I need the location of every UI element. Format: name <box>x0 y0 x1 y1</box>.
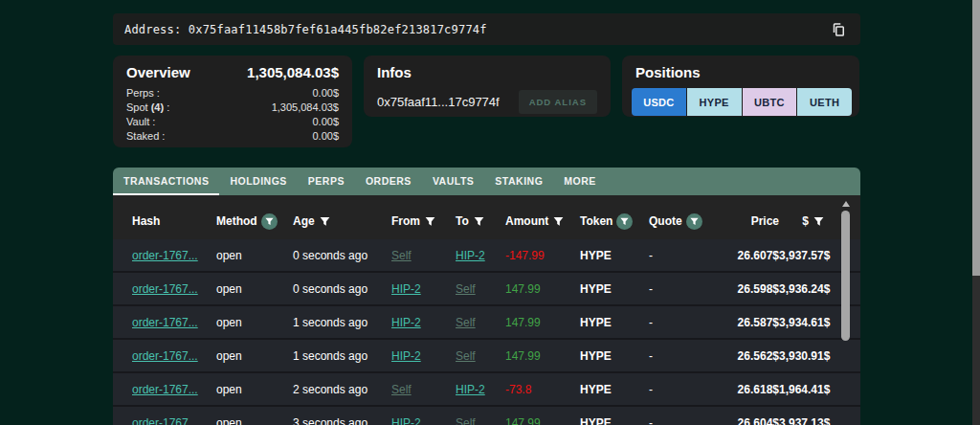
tab-holdings[interactable]: HOLDINGS <box>219 168 297 195</box>
cell-token: HYPE <box>580 282 649 296</box>
page-scrollbar-thumb[interactable] <box>972 0 980 276</box>
cell-quote: - <box>649 249 714 262</box>
from-link[interactable]: Self <box>391 249 412 262</box>
cell-age: 0 seconds ago <box>293 282 391 296</box>
column-label: Hash <box>132 214 160 228</box>
copy-address-button[interactable] <box>828 19 849 40</box>
funnel-icon[interactable] <box>319 215 331 228</box>
cell-quote: - <box>649 383 714 396</box>
from-link[interactable]: HIP-2 <box>391 316 421 329</box>
column-header-method[interactable]: Method <box>216 213 293 230</box>
column-header-quote[interactable]: Quote <box>649 213 714 230</box>
cell-to: Self <box>456 316 505 329</box>
position-token-hype[interactable]: HYPE <box>687 88 742 116</box>
from-link[interactable]: HIP-2 <box>391 282 421 296</box>
hash-link[interactable]: order-1767... <box>132 282 198 296</box>
hash-link[interactable]: order-1767... <box>132 316 198 329</box>
address-full: Address: 0x75faaf11458b7fef61a445fb82ef2… <box>124 23 487 36</box>
cell-amount: 147.99 <box>505 416 580 425</box>
add-alias-button[interactable]: ADD ALIAS <box>519 90 597 114</box>
hash-link[interactable]: order-1767... <box>132 383 198 396</box>
cell-age: 0 seconds ago <box>293 249 391 262</box>
column-header-usd[interactable]: $ <box>779 214 825 228</box>
column-header-from[interactable]: From <box>391 214 456 228</box>
column-label: From <box>391 214 420 228</box>
funnel-icon[interactable] <box>616 213 633 230</box>
cell-quote: - <box>649 416 714 425</box>
cell-quote: - <box>649 316 714 329</box>
position-token-usdc[interactable]: USDC <box>632 88 686 116</box>
cell-usd: 3,934.61$ <box>779 316 830 329</box>
tab-orders[interactable]: ORDERS <box>355 168 422 195</box>
to-link[interactable]: HIP-2 <box>456 383 485 396</box>
column-header-age[interactable]: Age <box>293 214 391 228</box>
cell-token: HYPE <box>580 249 649 262</box>
to-link[interactable]: Self <box>456 349 476 363</box>
to-link[interactable]: HIP-2 <box>456 249 485 262</box>
position-token-ueth[interactable]: UETH <box>797 88 852 116</box>
cell-amount: 147.99 <box>505 282 580 296</box>
cell-from: HIP-2 <box>391 416 456 425</box>
hash-link[interactable]: order-1767... <box>132 349 198 363</box>
to-link[interactable]: Self <box>456 416 476 425</box>
positions-card: Positions USDCHYPEUBTCUETH <box>622 56 859 117</box>
cell-to: Self <box>456 282 505 296</box>
cell-method: open <box>216 316 293 329</box>
column-header-amount[interactable]: Amount <box>505 214 580 228</box>
column-label: Method <box>216 214 257 228</box>
cell-price: 26.598$ <box>714 282 779 296</box>
tab-transactions[interactable]: TRANSACTIONS <box>113 168 219 195</box>
funnel-icon[interactable] <box>473 215 485 228</box>
tab-vaults[interactable]: VAULTS <box>422 168 484 195</box>
page-scrollbar[interactable] <box>972 0 980 425</box>
funnel-icon[interactable] <box>424 215 436 228</box>
funnel-icon[interactable] <box>813 215 825 228</box>
column-header-to[interactable]: To <box>456 214 505 228</box>
column-label: To <box>456 214 469 228</box>
positions-token-group: USDCHYPEUBTCUETH <box>632 88 852 116</box>
cell-method: open <box>216 349 293 363</box>
scroll-up-arrow-icon[interactable] <box>842 201 850 207</box>
funnel-icon[interactable] <box>686 213 702 230</box>
overview-total-value: 1,305,084.03$ <box>247 64 339 80</box>
tab-staking[interactable]: STAKING <box>484 168 553 195</box>
to-link[interactable]: Self <box>456 316 476 329</box>
cell-price: 26.604$ <box>714 416 779 425</box>
cell-hash: order-1767... <box>132 282 216 296</box>
cell-amount: 147.99 <box>505 316 580 329</box>
tab-more[interactable]: MORE <box>553 168 607 195</box>
column-header-price[interactable]: Price <box>714 214 779 228</box>
cell-token: HYPE <box>580 383 649 396</box>
cell-usd: 1,964.41$ <box>779 383 830 396</box>
table-row: order-1767...open0 seconds agoHIP-2Self1… <box>113 273 860 306</box>
tab-perps[interactable]: PERPS <box>298 168 355 195</box>
table-scrollbar-thumb[interactable] <box>841 211 850 341</box>
cell-method: open <box>216 383 293 396</box>
table-row: order-1767...open3 seconds agoHIP-2Self1… <box>113 407 860 425</box>
table-row: order-1767...open0 seconds agoSelfHIP-2-… <box>113 239 860 273</box>
hash-link[interactable]: order-1767... <box>132 416 198 425</box>
from-link[interactable]: Self <box>391 383 412 396</box>
hash-link[interactable]: order-1767... <box>132 249 198 262</box>
overview-row: Vault :0.00$ <box>126 115 339 129</box>
column-label: Quote <box>649 214 682 228</box>
from-link[interactable]: HIP-2 <box>391 349 421 363</box>
infos-address-short: 0x75faaf11...17c9774f <box>377 95 500 109</box>
cell-quote: - <box>649 349 714 363</box>
column-header-hash[interactable]: Hash <box>132 214 216 228</box>
cell-token: HYPE <box>580 316 649 329</box>
cell-hash: order-1767... <box>132 383 216 396</box>
to-link[interactable]: Self <box>456 282 476 296</box>
position-token-ubtc[interactable]: UBTC <box>743 88 797 116</box>
column-header-token[interactable]: Token <box>580 213 649 230</box>
funnel-icon[interactable] <box>261 213 278 230</box>
column-label: Age <box>293 214 315 228</box>
cell-price: 26.562$ <box>714 349 779 363</box>
table-scrollbar[interactable] <box>841 199 850 425</box>
table-row: order-1767...open1 seconds agoHIP-2Self1… <box>113 306 860 340</box>
copy-icon <box>830 21 847 38</box>
cell-price: 26.618$ <box>714 383 779 396</box>
funnel-icon[interactable] <box>552 215 565 228</box>
cell-from: HIP-2 <box>391 282 456 296</box>
from-link[interactable]: HIP-2 <box>391 416 421 425</box>
